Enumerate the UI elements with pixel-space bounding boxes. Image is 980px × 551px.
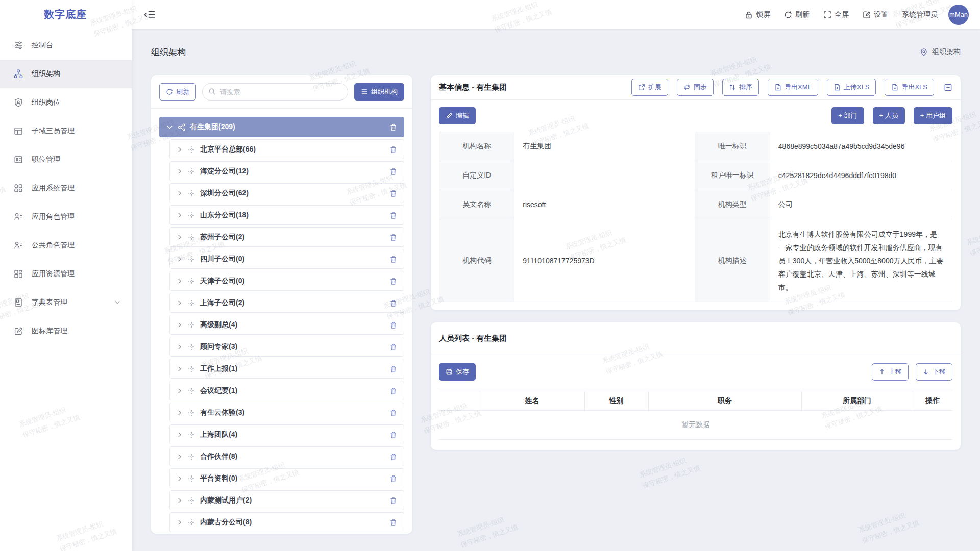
drag-handle-icon[interactable] [188, 190, 195, 197]
sidebar-item-org-structure[interactable]: 组织架构 [0, 60, 132, 88]
move-up-button[interactable]: 上移 [872, 363, 909, 381]
tree-node[interactable]: 内蒙古分公司(8) [169, 512, 404, 532]
save-button[interactable]: 保存 [439, 363, 476, 381]
tree-node[interactable]: 平台资料(0) [169, 468, 404, 488]
tree-node[interactable]: 山东分公司(18) [169, 205, 404, 225]
tree-node[interactable]: 上海团队(4) [169, 424, 404, 444]
tree-node[interactable]: 苏州子公司(2) [169, 227, 404, 247]
sidebar-item-icon-library[interactable]: 图标库管理 [0, 317, 132, 345]
avatar[interactable]: mMan [948, 5, 969, 25]
add-usergroup-button[interactable]: + 用户组 [914, 107, 952, 124]
move-down-button[interactable]: 下移 [916, 363, 952, 381]
chevron-right-icon[interactable] [177, 388, 183, 394]
tree-node[interactable]: 高级副总(4) [169, 315, 404, 335]
tree-node[interactable]: 工作上报(1) [169, 359, 404, 379]
org-structure-button[interactable]: 组织机构 [354, 83, 404, 101]
tree-node[interactable]: 有生云体验(3) [169, 403, 404, 422]
chevron-right-icon[interactable] [177, 256, 183, 262]
delete-icon[interactable] [389, 409, 397, 417]
delete-icon[interactable] [389, 123, 397, 131]
chevron-right-icon[interactable] [177, 234, 183, 240]
chevron-right-icon[interactable] [177, 344, 183, 350]
delete-icon[interactable] [389, 387, 397, 395]
refresh-button[interactable]: 刷新 [784, 10, 810, 19]
sidebar-item-console[interactable]: 控制台 [0, 31, 132, 60]
chevron-right-icon[interactable] [177, 454, 183, 460]
username[interactable]: 系统管理员 [902, 10, 938, 19]
chevron-right-icon[interactable] [177, 432, 183, 438]
tree-node[interactable]: 合作伙伴(8) [169, 446, 404, 466]
sidebar-item-org-post[interactable]: 组织岗位 [0, 88, 132, 117]
delete-icon[interactable] [389, 255, 397, 263]
delete-icon[interactable] [389, 343, 397, 351]
drag-handle-icon[interactable] [188, 212, 195, 219]
tree-node[interactable]: 内蒙测试用户(2) [169, 490, 404, 510]
delete-icon[interactable] [389, 167, 397, 176]
add-person-button[interactable]: + 人员 [873, 107, 905, 124]
tree-node[interactable]: 会议纪要(1) [169, 381, 404, 400]
drag-handle-icon[interactable] [188, 519, 195, 526]
drag-handle-icon[interactable] [188, 387, 195, 394]
tree-refresh-button[interactable]: 刷新 [159, 83, 196, 101]
delete-icon[interactable] [389, 453, 397, 461]
delete-icon[interactable] [389, 189, 397, 197]
chevron-right-icon[interactable] [177, 475, 183, 482]
chevron-right-icon[interactable] [177, 322, 183, 328]
sync-button[interactable]: 同步 [677, 79, 714, 96]
drag-handle-icon[interactable] [188, 168, 195, 175]
delete-icon[interactable] [389, 518, 397, 527]
tree-node[interactable]: 深圳分公司(62) [169, 183, 404, 203]
tree-node[interactable]: 顾问专家(3) [169, 337, 404, 357]
chevron-right-icon[interactable] [177, 146, 183, 153]
delete-icon[interactable] [389, 211, 397, 219]
drag-handle-icon[interactable] [188, 409, 195, 416]
settings-button[interactable]: 设置 [863, 10, 888, 19]
export-xml-button[interactable]: 导出XML [768, 79, 818, 96]
chevron-down-icon[interactable] [166, 124, 173, 131]
tree-root-node[interactable]: 有生集团(209) [159, 117, 404, 137]
drag-handle-icon[interactable] [188, 453, 195, 460]
tree-node[interactable]: 海淀分公司(12) [169, 161, 404, 181]
sidebar-item-public-role[interactable]: 公共角色管理 [0, 231, 132, 260]
delete-icon[interactable] [389, 145, 397, 154]
chevron-right-icon[interactable] [177, 497, 183, 504]
delete-icon[interactable] [389, 496, 397, 505]
chevron-right-icon[interactable] [177, 366, 183, 372]
tree-search-input[interactable] [202, 83, 348, 101]
sidebar-item-app-role[interactable]: 应用角色管理 [0, 203, 132, 231]
tree-node[interactable]: 上海子公司(2) [169, 293, 404, 313]
chevron-right-icon[interactable] [177, 168, 183, 174]
drag-handle-icon[interactable] [188, 497, 195, 504]
delete-icon[interactable] [389, 277, 397, 285]
sidebar-item-position-mgmt[interactable]: 职位管理 [0, 145, 132, 174]
drag-handle-icon[interactable] [188, 256, 195, 263]
delete-icon[interactable] [389, 474, 397, 483]
expand-button[interactable]: 扩展 [631, 79, 668, 96]
delete-icon[interactable] [389, 321, 397, 329]
delete-icon[interactable] [389, 299, 397, 307]
sidebar-item-app-system[interactable]: 应用系统管理 [0, 174, 132, 203]
upload-xls-button[interactable]: 上传XLS [827, 79, 876, 96]
tree-node[interactable]: 四川子公司(0) [169, 249, 404, 269]
sidebar-item-subdomain-admin[interactable]: 子域三员管理 [0, 117, 132, 145]
tree-node[interactable]: 北京平台总部(66) [169, 139, 404, 159]
fullscreen-button[interactable]: 全屏 [823, 10, 849, 19]
drag-handle-icon[interactable] [188, 431, 195, 438]
chevron-right-icon[interactable] [177, 410, 183, 416]
add-department-button[interactable]: + 部门 [831, 107, 864, 124]
tree-node[interactable]: 天津子公司(0) [169, 271, 404, 291]
drag-handle-icon[interactable] [188, 146, 195, 153]
lock-screen-button[interactable]: 锁屏 [745, 10, 770, 19]
delete-icon[interactable] [389, 233, 397, 241]
drag-handle-icon[interactable] [188, 299, 195, 307]
chevron-right-icon[interactable] [177, 519, 183, 525]
export-xls-button[interactable]: 导出XLS [885, 79, 934, 96]
delete-icon[interactable] [389, 365, 397, 373]
delete-icon[interactable] [389, 431, 397, 439]
drag-handle-icon[interactable] [188, 475, 195, 482]
drag-handle-icon[interactable] [188, 234, 195, 241]
edit-button[interactable]: 编辑 [439, 107, 476, 124]
drag-handle-icon[interactable] [188, 343, 195, 350]
sidebar-item-app-resource[interactable]: 应用资源管理 [0, 260, 132, 288]
sidebar-fold-icon[interactable] [144, 10, 155, 19]
